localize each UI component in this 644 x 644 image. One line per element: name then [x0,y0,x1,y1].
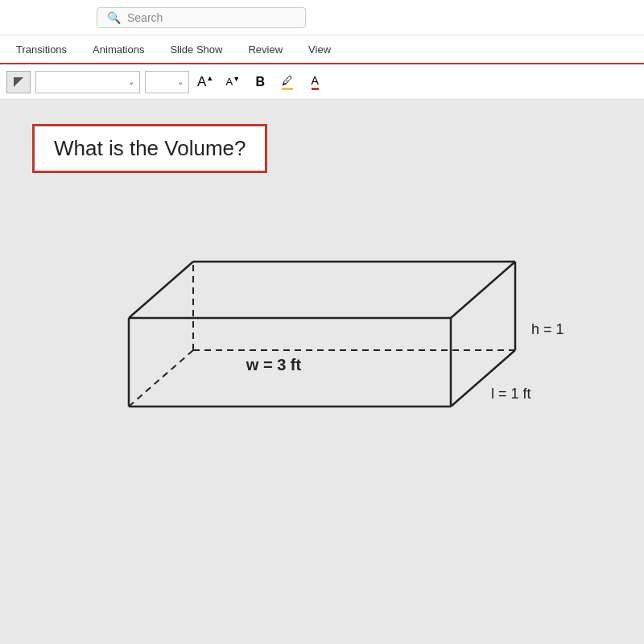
svg-line-7 [129,262,193,318]
slide-content-area: What is the Volume? [0,100,644,644]
tab-transitions[interactable]: Transitions [3,39,80,60]
tab-animations[interactable]: Animations [80,39,157,60]
question-box: What is the Volume? [32,124,267,173]
title-bar: 🔍 Search [0,0,644,35]
tab-slideshow[interactable]: Slide Show [157,39,235,60]
height-label: h = 1 ft [531,321,564,337]
font-color-button[interactable]: A [303,71,326,93]
bold-label: B [255,75,265,89]
question-text: What is the Volume? [54,136,246,160]
diagram-container: w = 3 ft h = 1 ft l = 1 ft [32,205,612,479]
volume-diagram: w = 3 ft h = 1 ft l = 1 ft [80,205,564,479]
pen-icon: 🖊 [282,74,293,90]
font-color-icon: A [312,74,319,90]
formatting-toolbar: ⌄ ⌄ A▲ A▼ B 🖊 A [0,64,644,100]
shrink-font-button[interactable]: A▼ [221,71,244,93]
ribbon-tabs: Transitions Animations Slide Show Review… [0,35,644,64]
font-name-select[interactable]: ⌄ [35,71,140,93]
font-name-chevron: ⌄ [128,77,134,86]
tab-view[interactable]: View [295,39,344,60]
width-label: w = 3 ft [246,356,302,374]
tab-review[interactable]: Review [235,39,295,60]
bold-button[interactable]: B [249,71,271,93]
length-label: l = 1 ft [491,386,531,402]
search-input-label: Search [127,11,163,24]
triangle-icon [14,77,23,87]
search-box[interactable]: 🔍 Search [97,7,306,28]
svg-line-9 [451,262,515,318]
search-icon: 🔍 [107,11,121,24]
font-size-select[interactable]: ⌄ [145,71,189,93]
shrink-font-icon: A▼ [225,75,240,88]
grow-font-button[interactable]: A▲ [194,71,217,93]
font-size-chevron: ⌄ [177,77,184,86]
text-box-icon[interactable] [6,71,31,93]
grow-font-icon: A▲ [197,74,213,90]
pen-button[interactable]: 🖊 [276,71,299,93]
svg-line-0 [129,350,193,407]
